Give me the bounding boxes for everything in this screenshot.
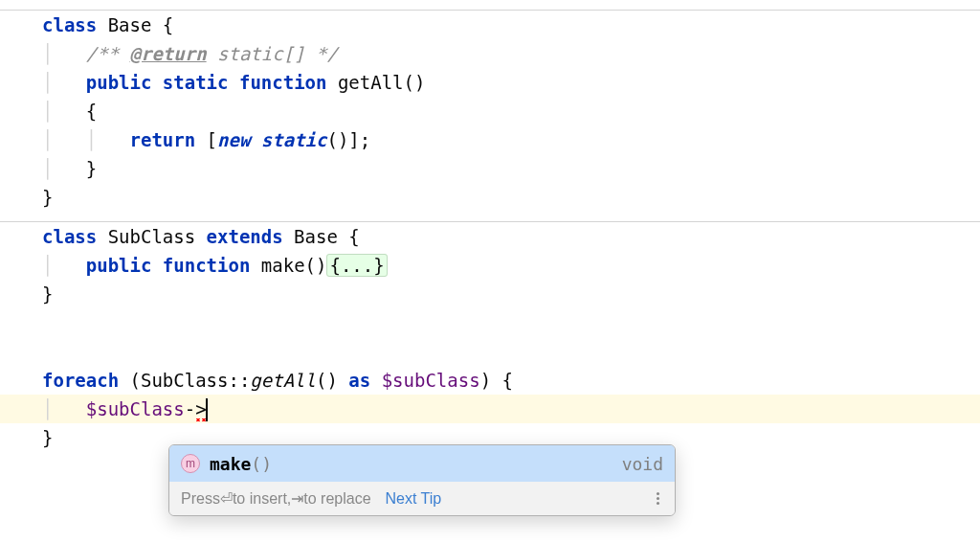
error-marker: > bbox=[195, 398, 206, 419]
more-options-icon[interactable] bbox=[653, 492, 663, 505]
code-line[interactable]: } bbox=[42, 280, 980, 308]
next-tip-link[interactable]: Next Tip bbox=[385, 490, 441, 508]
tab-key-icon: ⇥ bbox=[291, 489, 303, 508]
doc-tag-return: @return bbox=[130, 43, 207, 64]
code-line[interactable]: │ { bbox=[42, 97, 980, 125]
code-fold-marker[interactable]: {...} bbox=[326, 254, 387, 277]
code-completion-popup[interactable]: m make() void Press ⏎ to insert, ⇥ to re… bbox=[168, 444, 676, 516]
completion-item[interactable]: m make() void bbox=[169, 445, 675, 482]
code-line[interactable]: │ /** @return static[] */ bbox=[42, 39, 980, 68]
code-line[interactable]: class Base { bbox=[42, 11, 980, 39]
completion-return-type: void bbox=[622, 454, 663, 474]
code-line[interactable]: class SubClass extends Base { bbox=[42, 222, 980, 251]
code-line[interactable]: │ } bbox=[42, 154, 980, 183]
code-line[interactable]: │ public function make(){...} bbox=[42, 251, 980, 280]
method-icon: m bbox=[181, 454, 200, 473]
active-code-line[interactable]: │ $subClass-> bbox=[0, 395, 980, 423]
completion-hint-bar: Press ⏎ to insert, ⇥ to replace Next Tip bbox=[169, 482, 675, 515]
completion-name: make bbox=[210, 454, 251, 474]
class-name: Base bbox=[97, 14, 151, 35]
enter-key-icon: ⏎ bbox=[220, 489, 233, 508]
code-line[interactable]: } bbox=[42, 183, 980, 212]
doc-comment: /** @return static[] */ bbox=[86, 43, 338, 64]
code-line[interactable]: foreach (SubClass::getAll() as $subClass… bbox=[42, 366, 980, 395]
keyword-class: class bbox=[42, 14, 97, 35]
code-editor[interactable]: class Base { │ /** @return static[] */ │… bbox=[0, 0, 980, 452]
blank-line[interactable] bbox=[42, 337, 980, 366]
code-line[interactable]: │ │ return [new static()]; bbox=[42, 125, 980, 154]
code-line[interactable]: │ public static function getAll() bbox=[42, 68, 980, 97]
blank-line[interactable] bbox=[42, 308, 980, 337]
